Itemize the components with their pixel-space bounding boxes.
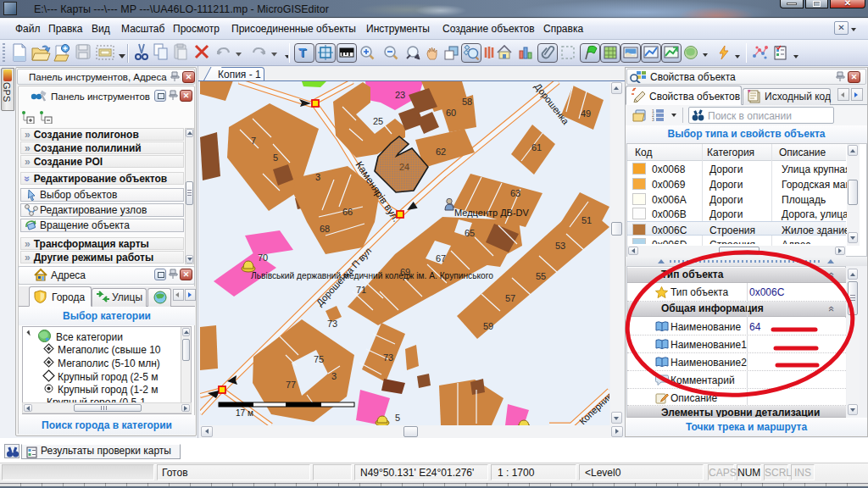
svg-text:Львівський державний медичний: Львівський державний медичний коледж ім.… — [251, 271, 493, 280]
svg-text:61: 61 — [531, 142, 542, 152]
svg-text:67: 67 — [436, 253, 446, 263]
svg-text:57: 57 — [505, 293, 515, 303]
svg-text:3: 3 — [652, 117, 654, 122]
svg-text:65: 65 — [465, 228, 475, 238]
svg-text:3: 3 — [331, 371, 337, 381]
svg-text:73: 73 — [383, 352, 393, 363]
svg-text:51: 51 — [581, 215, 592, 225]
svg-text:23: 23 — [395, 90, 405, 100]
svg-text:59: 59 — [483, 321, 493, 331]
svg-text:5: 5 — [395, 413, 400, 423]
svg-text:7: 7 — [251, 136, 256, 146]
svg-text:53: 53 — [555, 241, 565, 251]
svg-text:55: 55 — [536, 271, 546, 281]
svg-text:66: 66 — [342, 207, 353, 217]
svg-text:3: 3 — [315, 172, 320, 182]
svg-text:62: 62 — [436, 147, 446, 157]
svg-text:73: 73 — [327, 319, 337, 329]
svg-text:68: 68 — [320, 224, 330, 234]
svg-text:24: 24 — [399, 162, 409, 172]
svg-text:60: 60 — [446, 108, 456, 118]
svg-text:T: T — [298, 45, 306, 59]
svg-text:63: 63 — [510, 188, 520, 198]
svg-text:58: 58 — [462, 97, 472, 107]
svg-text:Медцентр ДВ-DV: Медцентр ДВ-DV — [454, 208, 530, 218]
svg-text:70: 70 — [258, 252, 268, 263]
svg-text:77: 77 — [286, 380, 296, 390]
svg-text:49: 49 — [581, 108, 591, 119]
svg-text:71: 71 — [356, 285, 366, 295]
svg-text:75: 75 — [314, 354, 324, 364]
svg-text:25: 25 — [373, 116, 383, 126]
svg-text:5: 5 — [273, 152, 278, 163]
svg-text:17 м: 17 м — [236, 408, 253, 418]
